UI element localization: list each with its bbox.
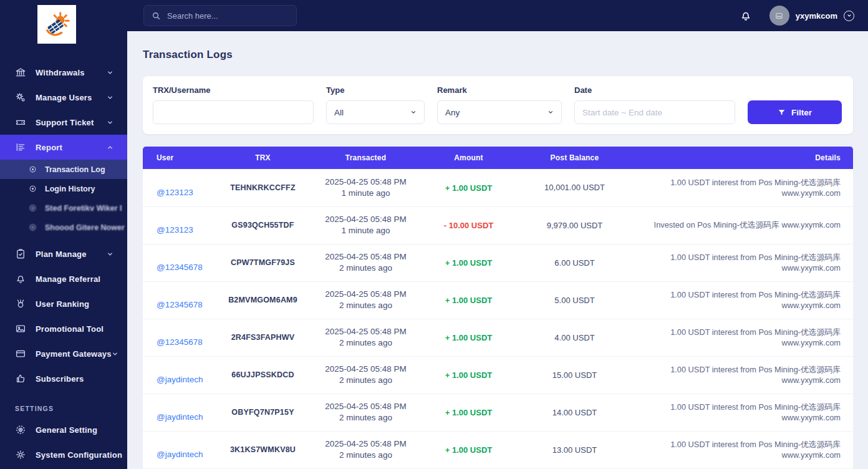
amount-value: + 1.00 USDT: [445, 445, 493, 455]
transacted-cell: 2025-04-25 05:48 PM 2 minutes ago: [311, 356, 420, 394]
user-link[interactable]: @12345678: [157, 263, 203, 272]
sidebar-item-label: General Setting: [36, 425, 97, 435]
col-header-details: Details: [632, 147, 853, 169]
sidebar-item-support-ticket[interactable]: Support Ticket: [0, 110, 127, 135]
transacted-ago: 1 minute ago: [311, 188, 420, 199]
post-balance-value: 9,979.00 USDT: [517, 206, 632, 244]
post-balance-value: 4.00 USDT: [517, 319, 632, 356]
user-link[interactable]: @12345678: [157, 337, 203, 347]
sidebar-item-label: User Ranking: [36, 299, 89, 309]
brand-logo[interactable]: [37, 5, 76, 44]
remark-select[interactable]: Any: [437, 100, 562, 124]
transacted-datetime: 2025-04-25 05:48 PM: [311, 251, 420, 263]
transacted-ago: 2 minutes ago: [311, 263, 420, 274]
submenu-item-blurred-2[interactable]: Shoood Gitere Nower: [0, 218, 127, 237]
type-label: Type: [326, 85, 425, 95]
chevron-down-icon: [107, 94, 113, 101]
user-link[interactable]: @123123: [157, 188, 193, 197]
trx-username-input[interactable]: [153, 100, 314, 124]
submenu-item-login-history[interactable]: Login History: [0, 179, 127, 198]
sidebar-item-label: Promotional Tool: [36, 324, 104, 334]
circle-dot-icon: [29, 185, 37, 193]
user-avatar[interactable]: [769, 6, 789, 26]
date-range-input[interactable]: [574, 100, 735, 124]
circle-dot-icon: [29, 165, 37, 173]
transacted-cell: 2025-04-25 05:48 PM 2 minutes ago: [311, 244, 420, 281]
sidebar-item-label: Withdrawals: [36, 68, 85, 77]
transacted-datetime: 2025-04-25 05:48 PM: [311, 438, 420, 450]
search-input[interactable]: [167, 11, 289, 21]
details-text: 1.00 USDT interest from Pos Mining-优选源码库…: [632, 431, 853, 468]
page-title: Transaction Logs: [143, 49, 853, 61]
sidebar-item-label: Subscribers: [36, 374, 84, 384]
chevron-down-icon: [112, 351, 118, 357]
table-row: @12345678 B2MVMGOM6AM9 2025-04-25 05:48 …: [143, 281, 853, 319]
bell-badge-icon: [15, 273, 26, 284]
transacted-ago: 2 minutes ago: [311, 300, 420, 311]
gears-icon: [15, 92, 26, 103]
amount-value: - 10.00 USDT: [444, 221, 493, 230]
settings-section-label: SETTINGS: [15, 405, 127, 412]
sidebar-item-payment-gateways[interactable]: Payment Gateways: [0, 341, 127, 366]
trx-code: B2MVMGOM6AM9: [215, 281, 311, 319]
table-row: @jaydintech 66UJJPSSKDCD 2025-04-25 05:4…: [143, 356, 853, 394]
amount-value: + 1.00 USDT: [445, 333, 493, 342]
chevron-down-icon: [547, 109, 554, 115]
sidebar-item-label: Manage Referral: [36, 274, 100, 284]
transacted-datetime: 2025-04-25 05:48 PM: [311, 326, 420, 337]
sidebar-item-label: System Configuration: [36, 450, 122, 460]
sidebar-item-label: Report: [36, 143, 62, 152]
post-balance-value: 13.00 USDT: [517, 431, 632, 468]
sidebar-item-report[interactable]: Report: [0, 135, 127, 160]
thumbs-up-icon: [15, 373, 26, 384]
user-link[interactable]: @jaydintech: [157, 412, 203, 422]
transacted-cell: 2025-04-25 05:48 PM 2 minutes ago: [311, 431, 420, 468]
sidebar-item-withdrawals[interactable]: Withdrawals: [0, 60, 127, 85]
transacted-datetime: 2025-04-25 05:48 PM: [311, 364, 420, 375]
user-link[interactable]: @jaydintech: [157, 450, 203, 459]
sidebar-item-manage-referral[interactable]: Manage Referral: [0, 266, 127, 291]
col-header-post-balance: Post Balance: [517, 147, 632, 169]
credit-card-icon: [15, 348, 26, 359]
table-row: @12345678 CPW7TMGF79JS 2025-04-25 05:48 …: [143, 244, 853, 281]
chevron-down-icon: [107, 251, 113, 258]
details-text: 1.00 USDT interest from Pos Mining-优选源码库…: [632, 319, 853, 356]
transacted-cell: 2025-04-25 05:48 PM 2 minutes ago: [311, 281, 420, 319]
details-text: Invested on Pos Mining-优选源码库 www.yxymk.c…: [632, 206, 853, 244]
sidebar-item-promotional-tool[interactable]: Promotional Tool: [0, 316, 127, 341]
user-link[interactable]: @jaydintech: [157, 375, 203, 384]
sidebar-item-label: Manage Users: [36, 93, 92, 102]
submenu-item-transaction-log[interactable]: Transaction Log: [0, 160, 127, 179]
filter-button[interactable]: Filter: [748, 100, 842, 124]
type-select[interactable]: All: [326, 100, 425, 124]
sidebar-item-system-configuration[interactable]: System Configuration: [0, 442, 127, 467]
sidebar: Withdrawals Manage Users Support Ticket …: [0, 0, 127, 469]
table-header: User TRX Transacted Amount Post Balance …: [143, 147, 853, 169]
submenu-item-blurred-1[interactable]: Sted Foretikv Wiker I: [0, 198, 127, 218]
transacted-ago: 1 minute ago: [311, 225, 420, 236]
sidebar-item-general-setting[interactable]: General Setting: [0, 417, 127, 442]
user-link[interactable]: @123123: [157, 225, 193, 234]
notification-bell-icon[interactable]: [740, 9, 752, 22]
trx-code: OBYFQ7N7P15Y: [215, 394, 311, 431]
main-content: Transaction Logs TRX/Username Type All R…: [127, 31, 868, 469]
chevron-down-circle-icon[interactable]: [844, 11, 854, 21]
details-text: 1.00 USDT interest from Pos Mining-优选源码库…: [632, 244, 853, 281]
trx-code: 66UJJPSSKDCD: [215, 356, 311, 394]
amount-value: + 1.00 USDT: [445, 183, 493, 193]
search-box[interactable]: [143, 5, 297, 26]
image-icon: [15, 323, 26, 334]
col-header-trx: TRX: [215, 147, 311, 169]
submenu-item-label: Shoood Gitere Nower: [45, 223, 125, 232]
transacted-cell: 2025-04-25 05:48 PM 1 minute ago: [311, 169, 420, 206]
sidebar-item-manage-users[interactable]: Manage Users: [0, 85, 127, 110]
details-text: 1.00 USDT interest from Pos Mining-优选源码库…: [632, 394, 853, 431]
sidebar-item-subscribers[interactable]: Subscribers: [0, 366, 127, 391]
sidebar-item-plan-manage[interactable]: Plan Manage: [0, 241, 127, 266]
trx-code: GS93QCH55TDF: [215, 206, 311, 244]
username-label[interactable]: yxymkcom: [796, 11, 837, 21]
sidebar-item-user-ranking[interactable]: User Ranking: [0, 291, 127, 316]
transacted-datetime: 2025-04-25 05:48 PM: [311, 214, 420, 225]
user-link[interactable]: @12345678: [157, 300, 203, 309]
details-text: 1.00 USDT interest from Pos Mining-优选源码库…: [632, 281, 853, 319]
